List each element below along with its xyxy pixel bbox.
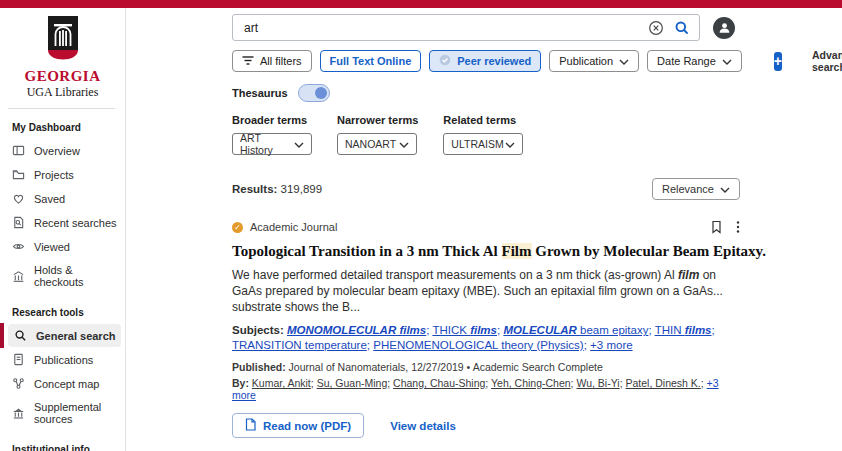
- broader-terms-dropdown[interactable]: ART History: [232, 133, 312, 155]
- author-link[interactable]: Kumar, Ankit: [252, 377, 311, 389]
- search-icon: [14, 329, 27, 342]
- sidebar-item-holds-checkouts[interactable]: Holds & checkouts: [0, 259, 121, 293]
- date-range-dropdown[interactable]: Date Range: [647, 50, 742, 72]
- narrower-terms-dropdown[interactable]: NANOART: [337, 133, 417, 155]
- results-count: Results: 319,899: [232, 183, 322, 195]
- overflow-menu-icon[interactable]: [736, 220, 740, 234]
- sidebar-item-saved[interactable]: Saved: [0, 187, 121, 210]
- sidebar-item-projects[interactable]: Projects: [0, 163, 121, 186]
- subject-link[interactable]: MONOMOLECULAR films: [287, 324, 426, 336]
- author-link[interactable]: Yeh, Ching-Chen: [491, 377, 571, 389]
- publication-dropdown[interactable]: Publication: [549, 50, 639, 72]
- heart-icon: [12, 192, 25, 205]
- published-line: Published: Journal of Nanomaterials, 12/…: [232, 361, 740, 373]
- document-search-icon: [12, 216, 25, 229]
- sidebar-item-concept-map[interactable]: Concept map: [0, 372, 121, 395]
- record-type-label: Academic Journal: [250, 221, 337, 233]
- sidebar-item-label: Recent searches: [34, 217, 117, 229]
- search-input[interactable]: [242, 20, 638, 36]
- full-text-online-button[interactable]: Full Text Online: [320, 50, 422, 72]
- sidebar: GEORGIA UGA Libraries My Dashboard Overv…: [0, 8, 126, 451]
- check-circle-icon: [439, 54, 451, 68]
- broader-terms-group: Broader terms ART History: [232, 114, 312, 155]
- narrower-terms-label: Narrower terms: [337, 114, 418, 126]
- author-links: Kumar, Ankit; Su, Guan-Ming; Chang, Chau…: [252, 377, 707, 389]
- pdf-icon: [245, 418, 256, 433]
- highlighted-term: Film: [502, 243, 532, 259]
- author-link[interactable]: Wu, Bi-Yi: [576, 377, 619, 389]
- sidebar-item-supplemental-sources[interactable]: Supplemental sources: [0, 396, 121, 430]
- bank-icon: [12, 407, 25, 420]
- filter-icon: [242, 55, 254, 68]
- sidebar-heading-institutional: Institutional info: [0, 431, 125, 451]
- sidebar-item-label: General search: [36, 330, 116, 342]
- sidebar-item-viewed[interactable]: Viewed: [0, 235, 121, 258]
- bookmark-icon[interactable]: [710, 220, 723, 234]
- folder-icon: [12, 168, 25, 181]
- sidebar-item-publications[interactable]: Publications: [0, 348, 121, 371]
- account-avatar[interactable]: [713, 17, 735, 39]
- advanced-search-link[interactable]: Advanced search: [812, 49, 842, 73]
- subject-link[interactable]: beam epitaxy: [580, 324, 648, 336]
- author-link[interactable]: Patel, Dinesh K.: [625, 377, 700, 389]
- thesaurus-row: Thesaurus: [232, 84, 744, 102]
- sidebar-item-label: Viewed: [34, 241, 70, 253]
- sidebar-item-general-search[interactable]: General search: [8, 324, 121, 347]
- subject-link[interactable]: ;: [712, 324, 715, 336]
- top-accent-bar: [0, 0, 842, 8]
- sidebar-item-label: Publications: [34, 354, 93, 366]
- related-terms-group: Related terms ULTRAISM: [443, 114, 523, 155]
- eye-icon: [12, 240, 25, 253]
- subject-link[interactable]: THICK: [432, 324, 470, 336]
- sidebar-heading-dashboard: My Dashboard: [0, 109, 125, 138]
- thesaurus-toggle[interactable]: [298, 84, 330, 102]
- results-row: Results: 319,899 Relevance: [232, 178, 740, 200]
- brand-uga-libraries: UGA Libraries: [0, 85, 125, 99]
- chevron-down-icon: [619, 55, 629, 67]
- sidebar-item-label: Holds & checkouts: [34, 264, 119, 288]
- library-building-icon: [12, 270, 25, 283]
- chevron-down-icon: [294, 138, 304, 150]
- subject-link[interactable]: films: [685, 324, 712, 336]
- result-card-header: ✓ Academic Journal: [232, 220, 740, 234]
- subject-link[interactable]: MOLECULAR: [503, 324, 580, 336]
- read-now-pdf-button[interactable]: Read now (PDF): [232, 413, 364, 438]
- result-card: ✓ Academic Journal Topological Transitio…: [232, 220, 740, 438]
- result-title[interactable]: Topological Transition in a 3 nm Thick A…: [232, 243, 740, 260]
- clear-search-icon[interactable]: [648, 20, 664, 36]
- main-area: All filters Full Text Online Peer review…: [126, 8, 842, 451]
- related-terms-dropdown[interactable]: ULTRAISM: [443, 133, 523, 155]
- view-details-link[interactable]: View details: [390, 420, 456, 432]
- publication-icon: [12, 353, 25, 366]
- peer-reviewed-button[interactable]: Peer reviewed: [429, 50, 541, 72]
- subject-link[interactable]: TRANSITION temperature: [232, 339, 367, 351]
- search-box: [232, 14, 700, 41]
- all-filters-button[interactable]: All filters: [232, 50, 312, 72]
- search-submit-icon[interactable]: [674, 20, 690, 36]
- subject-links: MONOMOLECULAR films; THICK films; MOLECU…: [232, 324, 715, 351]
- author-link[interactable]: Chang, Chau-Shing: [393, 377, 485, 389]
- add-filter-button[interactable]: +: [774, 52, 782, 71]
- narrower-terms-group: Narrower terms NANOART: [337, 114, 418, 155]
- sidebar-item-recent-searches[interactable]: Recent searches: [0, 211, 121, 234]
- subject-link[interactable]: THIN: [655, 324, 685, 336]
- subject-link[interactable]: +3 more: [590, 339, 633, 351]
- uga-logo[interactable]: GEORGIA UGA Libraries: [0, 8, 125, 99]
- subject-link[interactable]: films: [470, 324, 497, 336]
- library-search-page: GEORGIA UGA Libraries My Dashboard Overv…: [0, 0, 842, 451]
- author-link[interactable]: Su, Guan-Ming: [317, 377, 388, 389]
- chevron-down-icon: [720, 183, 730, 195]
- related-terms-label: Related terms: [443, 114, 523, 126]
- chevron-down-icon: [399, 138, 409, 150]
- subject-link[interactable]: PHENOMENOLOGICAL theory (Physics): [373, 339, 583, 351]
- filter-row: All filters Full Text Online Peer review…: [232, 49, 744, 73]
- sidebar-item-overview[interactable]: Overview: [0, 139, 121, 162]
- thesaurus-label: Thesaurus: [232, 87, 288, 99]
- academic-journal-icon: ✓: [232, 222, 243, 233]
- sidebar-item-label: Saved: [34, 193, 65, 205]
- thesaurus-terms: Broader terms ART History Narrower terms…: [232, 114, 744, 155]
- chevron-down-icon: [722, 55, 732, 67]
- sort-dropdown[interactable]: Relevance: [652, 178, 740, 200]
- broader-terms-label: Broader terms: [232, 114, 312, 126]
- toggle-knob-icon: [315, 87, 327, 99]
